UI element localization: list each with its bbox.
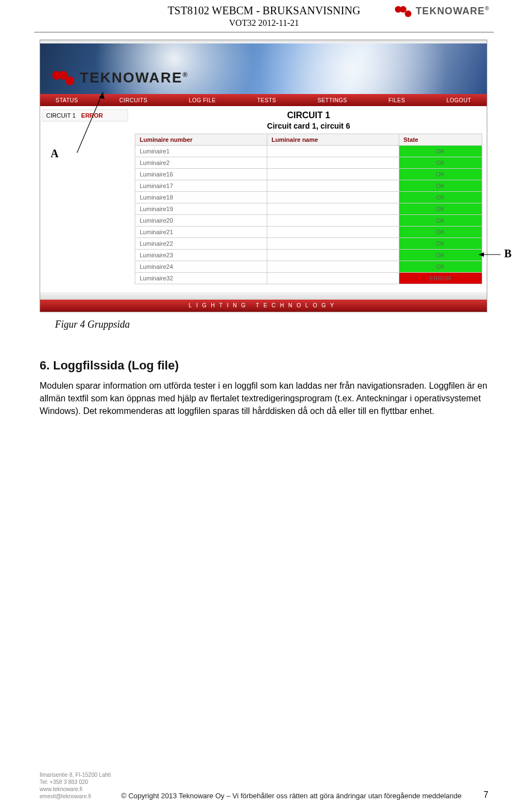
cell-luminaire-number: Luminaire24 xyxy=(135,261,267,273)
annotation-a: A xyxy=(51,147,58,160)
cell-luminaire-number: Luminaire19 xyxy=(135,203,267,215)
table-row: Luminaire20OK xyxy=(135,215,482,227)
section-body: Modulen sparar information om utförda te… xyxy=(40,379,488,418)
cell-luminaire-name xyxy=(267,203,399,215)
cell-luminaire-number: Luminaire16 xyxy=(135,169,267,180)
cell-luminaire-name xyxy=(267,273,399,284)
cell-state: OK xyxy=(399,227,482,238)
svg-marker-1 xyxy=(99,92,105,99)
cell-luminaire-number: Luminaire32 xyxy=(135,273,267,284)
svg-marker-3 xyxy=(479,252,484,257)
cell-state: OK xyxy=(399,215,482,227)
col-luminaire-name: Luminaire name xyxy=(267,134,399,146)
circuit-subtitle: Circuit card 1, circuit 6 xyxy=(135,121,482,130)
table-row: Luminaire16OK xyxy=(135,169,482,180)
cell-luminaire-name xyxy=(267,169,399,180)
nav-tests[interactable]: TESTS xyxy=(257,97,276,103)
col-luminaire-number: Luminaire number xyxy=(135,134,267,146)
table-row: Luminaire17OK xyxy=(135,180,482,192)
cell-state: OK xyxy=(399,192,482,203)
page-number: 7 xyxy=(472,790,488,800)
table-row: Luminaire18OK xyxy=(135,192,482,203)
cell-luminaire-name xyxy=(267,192,399,203)
addr-line: Ilmarisentie 8, FI-15200 Lahti xyxy=(40,771,111,778)
cell-luminaire-number: Luminaire21 xyxy=(135,227,267,238)
svg-line-0 xyxy=(77,92,103,153)
col-state: State xyxy=(399,134,482,146)
nav-circuits[interactable]: CIRCUITS xyxy=(119,97,147,103)
cell-state: OK xyxy=(399,203,482,215)
annotation-b: B xyxy=(504,247,512,260)
nav-files[interactable]: FILES xyxy=(388,97,405,103)
cell-luminaire-number: Luminaire22 xyxy=(135,238,267,250)
app-footer-bar: LIGHTING TECHNOLOGY xyxy=(40,300,487,312)
figure-caption: Figur 4 Gruppsida xyxy=(55,319,130,330)
cell-state: OK xyxy=(399,180,482,192)
brand-name: TEKNOWARE xyxy=(416,5,485,16)
doc-subtitle: VOT32 2012-11-21 xyxy=(0,18,528,28)
table-row: Luminaire32ERROR xyxy=(135,273,482,284)
cell-state: OK xyxy=(399,157,482,169)
app-brand-name: TEKNOWARE xyxy=(80,69,183,86)
teknoware-logo-icon xyxy=(395,6,411,17)
table-row: Luminaire1OK xyxy=(135,146,482,157)
cell-luminaire-name xyxy=(267,180,399,192)
nav-logfile[interactable]: LOG FILE xyxy=(189,97,216,103)
cell-luminaire-name xyxy=(267,146,399,157)
addr-line: www.teknoware.fi xyxy=(40,786,111,793)
app-banner: TEKNOWARE® xyxy=(40,43,487,94)
cell-luminaire-name xyxy=(267,238,399,250)
cell-luminaire-name xyxy=(267,157,399,169)
table-row: Luminaire22OK xyxy=(135,238,482,250)
app-screenshot: TEKNOWARE® STATUS CIRCUITS LOG FILE TEST… xyxy=(40,40,487,312)
arrow-b-icon xyxy=(479,250,501,259)
circuit-title: CIRCUIT 1 xyxy=(135,111,482,120)
cell-state: OK xyxy=(399,146,482,157)
cell-luminaire-number: Luminaire2 xyxy=(135,157,267,169)
cell-luminaire-number: Luminaire23 xyxy=(135,250,267,261)
nav-logout[interactable]: LOGOUT xyxy=(447,97,471,103)
cell-luminaire-name xyxy=(267,215,399,227)
table-row: Luminaire19OK xyxy=(135,203,482,215)
cell-luminaire-number: Luminaire20 xyxy=(135,215,267,227)
cell-luminaire-name xyxy=(267,227,399,238)
cell-state: ERROR xyxy=(399,273,482,284)
table-row: Luminaire21OK xyxy=(135,227,482,238)
table-row: Luminaire24OK xyxy=(135,261,482,273)
header-brand: TEKNOWARE® xyxy=(395,5,490,17)
nav-settings[interactable]: SETTINGS xyxy=(317,97,347,103)
addr-line: emexit@teknoware.fi xyxy=(40,793,111,800)
table-row: Luminaire2OK xyxy=(135,157,482,169)
cell-luminaire-number: Luminaire17 xyxy=(135,180,267,192)
sidebar-circuit-label: CIRCUIT 1 xyxy=(46,112,76,119)
footer-copyright: © Copyright 2013 Teknoware Oy – Vi förbe… xyxy=(111,792,472,800)
cell-state: OK xyxy=(399,169,482,180)
cell-luminaire-name xyxy=(267,250,399,261)
footer-address: Ilmarisentie 8, FI-15200 Lahti Tel: +358… xyxy=(40,771,111,800)
luminaire-table: Luminaire number Luminaire name State Lu… xyxy=(135,134,482,284)
addr-line: Tel: +358 3 883 020 xyxy=(40,778,111,786)
arrow-a-icon xyxy=(73,88,111,153)
main-panel: CIRCUIT 1 Circuit card 1, circuit 6 Lumi… xyxy=(130,106,487,292)
teknoware-logo-icon xyxy=(52,71,74,85)
cell-state: OK xyxy=(399,250,482,261)
cell-luminaire-number: Luminaire18 xyxy=(135,192,267,203)
registered-icon: ® xyxy=(485,5,490,12)
cell-state: OK xyxy=(399,261,482,273)
registered-icon: ® xyxy=(183,71,189,79)
section-heading: 6. Loggfilssida (Log file) xyxy=(40,358,179,373)
cell-luminaire-number: Luminaire1 xyxy=(135,146,267,157)
table-row: Luminaire23OK xyxy=(135,250,482,261)
cell-luminaire-name xyxy=(267,261,399,273)
cell-state: OK xyxy=(399,238,482,250)
